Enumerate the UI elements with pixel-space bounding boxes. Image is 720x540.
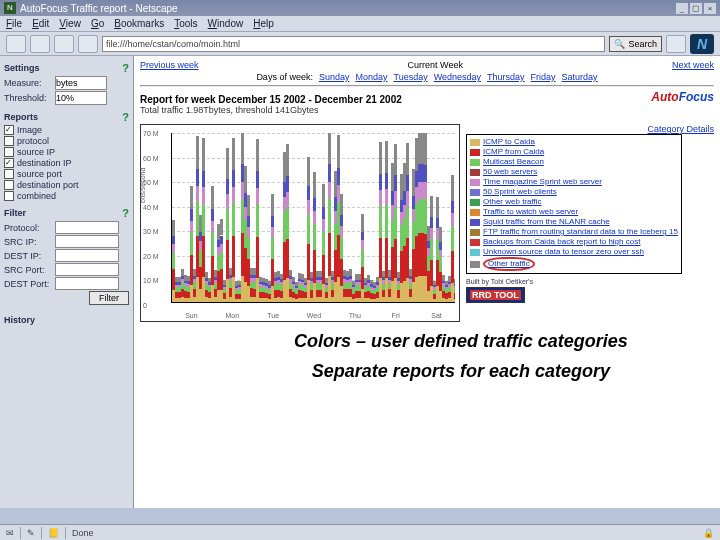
checkbox-source port[interactable] — [4, 169, 14, 179]
menu-help[interactable]: Help — [253, 18, 274, 29]
legend-item-link[interactable]: FTP traffic from routing standard data t… — [483, 227, 678, 237]
checkbox-source IP[interactable] — [4, 147, 14, 157]
magnifier-icon: 🔍 — [614, 39, 625, 49]
threshold-select[interactable] — [55, 91, 107, 105]
legend-swatch — [470, 199, 480, 206]
checkbox-combined[interactable] — [4, 191, 14, 201]
legend-item-link[interactable]: Time magazine Sprint web server — [483, 177, 602, 187]
day-link-saturday[interactable]: Saturday — [562, 72, 598, 82]
day-link-tuesday[interactable]: Tuesday — [393, 72, 427, 82]
menu-bookmarks[interactable]: Bookmarks — [114, 18, 164, 29]
menu-edit[interactable]: Edit — [32, 18, 49, 29]
security-icon[interactable]: 🔒 — [703, 528, 714, 538]
legend-swatch — [470, 219, 480, 226]
help-icon[interactable]: ? — [122, 62, 129, 74]
legend-item-link[interactable]: 50 Sprint web clients — [483, 187, 557, 197]
filter-button[interactable]: Filter — [89, 291, 129, 305]
filter-input-dest port[interactable] — [55, 277, 119, 290]
x-tick-label: Sat — [431, 312, 442, 319]
status-text: Done — [72, 528, 94, 538]
report-option-label: destination port — [17, 180, 79, 190]
addressbook-icon[interactable]: 📒 — [48, 528, 59, 538]
nav-reload-button[interactable] — [54, 35, 74, 53]
report-option-label: protocol — [17, 136, 49, 146]
composer-icon[interactable]: ✎ — [27, 528, 35, 538]
filter-input-dest ip[interactable] — [55, 249, 119, 262]
help-icon[interactable]: ? — [122, 111, 129, 123]
legend-swatch — [470, 169, 480, 176]
legend-item-link[interactable]: Other traffic — [488, 259, 530, 268]
menu-go[interactable]: Go — [91, 18, 104, 29]
threshold-label: Threshold: — [4, 93, 52, 103]
filter-input-src ip[interactable] — [55, 235, 119, 248]
menu-tools[interactable]: Tools — [174, 18, 197, 29]
window-minimize-button[interactable]: _ — [676, 3, 688, 14]
filter-header: Filter — [4, 208, 26, 218]
report-title: Report for week December 15 2002 - Decem… — [140, 94, 402, 105]
window-close-button[interactable]: × — [704, 3, 716, 14]
day-link-friday[interactable]: Friday — [531, 72, 556, 82]
mail-icon[interactable]: ✉ — [6, 528, 14, 538]
legend-item-link[interactable]: Backups from Caida back report to high c… — [483, 237, 640, 247]
y-tick-label: 30 M — [143, 228, 159, 235]
legend-item-link[interactable]: Squid traffic from the NLANR cache — [483, 217, 610, 227]
help-icon[interactable]: ? — [122, 207, 129, 219]
y-tick-label: 20 M — [143, 252, 159, 259]
checkbox-destination IP[interactable] — [4, 158, 14, 168]
search-button[interactable]: 🔍 Search — [609, 36, 662, 52]
annotation-text: Colors – user defined traffic categories… — [294, 326, 628, 386]
filter-input-src port[interactable] — [55, 263, 119, 276]
x-tick-label: Mon — [225, 312, 239, 319]
netscape-logo-icon: N — [690, 34, 714, 54]
next-week-link[interactable]: Next week — [672, 60, 714, 70]
rrdtool-badge: RRD TOOL — [466, 287, 525, 303]
legend-item-link[interactable]: ICMP from Caida — [483, 147, 544, 157]
legend-swatch — [470, 249, 480, 256]
x-tick-label: Tue — [267, 312, 279, 319]
menu-view[interactable]: View — [59, 18, 81, 29]
report-option-label: source IP — [17, 147, 55, 157]
y-tick-label: 0 — [143, 302, 147, 309]
legend-item-link[interactable]: Other web traffic — [483, 197, 542, 207]
y-tick-label: 40 M — [143, 203, 159, 210]
x-tick-label: Sun — [185, 312, 197, 319]
settings-header: Settings — [4, 63, 40, 73]
menubar: FileEditViewGoBookmarksToolsWindowHelp — [0, 16, 720, 32]
measure-select[interactable] — [55, 76, 107, 90]
nav-stop-button[interactable] — [78, 35, 98, 53]
checkbox-destination port[interactable] — [4, 180, 14, 190]
legend-item-link[interactable]: Unknown source data to tensor zero over … — [483, 247, 644, 257]
content-area: Previous week Current Week Next week Day… — [134, 56, 720, 508]
day-link-monday[interactable]: Monday — [355, 72, 387, 82]
legend-item-link[interactable]: Multicast Beacon — [483, 157, 544, 167]
menu-window[interactable]: Window — [208, 18, 244, 29]
report-option-label: destination IP — [17, 158, 72, 168]
address-bar[interactable] — [102, 36, 605, 52]
checkbox-Image[interactable] — [4, 125, 14, 135]
history-header: History — [4, 315, 35, 325]
day-link-sunday[interactable]: Sunday — [319, 72, 350, 82]
sidebar: Settings? Measure: Threshold: Reports? I… — [0, 56, 134, 508]
category-details-link[interactable]: Category Details — [647, 124, 714, 134]
legend-item-link[interactable]: 50 web servers — [483, 167, 537, 177]
day-link-thursday[interactable]: Thursday — [487, 72, 525, 82]
print-button[interactable] — [666, 35, 686, 53]
window-titlebar: N AutoFocus Traffic report - Netscape _ … — [0, 0, 720, 16]
window-maximize-button[interactable]: ▢ — [690, 3, 702, 14]
measure-label: Measure: — [4, 78, 52, 88]
days-prefix: Days of week: — [256, 72, 313, 82]
legend-item-link[interactable]: Traffic to watch web server — [483, 207, 578, 217]
current-week-label: Current Week — [205, 60, 666, 70]
day-link-wednesday[interactable]: Wednesday — [434, 72, 481, 82]
nav-forward-button[interactable] — [30, 35, 50, 53]
checkbox-protocol[interactable] — [4, 136, 14, 146]
filter-input-protocol[interactable] — [55, 221, 119, 234]
search-label: Search — [628, 39, 657, 49]
x-tick-label: Wed — [307, 312, 321, 319]
y-tick-label: 60 M — [143, 154, 159, 161]
legend-item-link[interactable]: ICMP to Caida — [483, 137, 535, 147]
nav-back-button[interactable] — [6, 35, 26, 53]
window-title: AutoFocus Traffic report - Netscape — [20, 3, 178, 14]
prev-week-link[interactable]: Previous week — [140, 60, 199, 70]
menu-file[interactable]: File — [6, 18, 22, 29]
